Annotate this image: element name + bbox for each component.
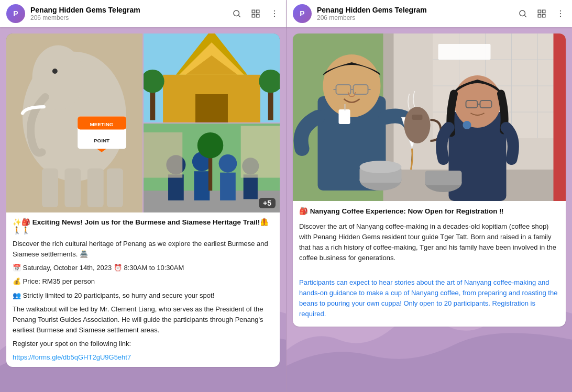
right-message-body: Discover the art of Nanyang coffee-makin… <box>299 221 559 319</box>
svg-rect-42 <box>244 174 258 199</box>
svg-point-8 <box>274 16 275 17</box>
left-para3: 💰 Price: RM35 per person <box>13 276 273 287</box>
right-header-title: Penang Hidden Gems Telegram <box>317 6 512 14</box>
svg-line-1 <box>238 15 240 17</box>
svg-rect-40 <box>220 173 236 200</box>
svg-rect-43 <box>144 132 182 178</box>
svg-point-6 <box>274 10 275 12</box>
right-para2: Participants can expect to hear stories … <box>299 277 559 320</box>
svg-point-46 <box>197 132 224 159</box>
right-para1: Discover the art of Nanyang coffee-makin… <box>299 221 559 264</box>
svg-rect-69 <box>438 44 491 60</box>
svg-point-53 <box>560 10 561 12</box>
left-header-icons <box>232 8 280 19</box>
svg-line-48 <box>524 15 526 17</box>
right-search-icon[interactable] <box>518 8 528 19</box>
svg-text:MEETING: MEETING <box>90 121 113 127</box>
left-registration-link[interactable]: https://forms.gle/db5qGHT2gU9G5eht7 <box>13 353 131 361</box>
svg-rect-3 <box>257 10 259 13</box>
left-header-subtitle: 206 members <box>30 14 226 21</box>
left-message-title: ✨🎒 Exciting News! Join us for the Burmes… <box>13 218 273 234</box>
right-message-container: 🎒 Nanyang Coffee Experience: Now Open fo… <box>293 33 566 327</box>
left-message: MEETING POINT <box>6 33 280 367</box>
plus-badge: +5 <box>259 198 276 208</box>
left-header-info: Penang Hidden Gems Telegram 206 members <box>30 6 226 21</box>
left-para5: The walkabout will be led by Mr. Clement… <box>13 304 273 335</box>
svg-rect-36 <box>168 174 184 200</box>
right-chat-area: 🎒 Nanyang Coffee Experience: Now Open fo… <box>287 27 572 392</box>
svg-rect-19 <box>64 169 81 207</box>
svg-rect-91 <box>425 171 462 185</box>
left-more-icon[interactable] <box>269 8 280 19</box>
right-panel: P Penang Hidden Gems Telegram 206 member… <box>286 0 572 392</box>
svg-rect-28 <box>195 94 228 122</box>
right-header-subtitle: 206 members <box>317 14 512 21</box>
right-avatar: P <box>293 4 312 23</box>
left-search-icon[interactable] <box>232 8 242 19</box>
left-panel: P Penang Hidden Gems Telegram 206 member… <box>0 0 286 392</box>
svg-rect-92 <box>339 109 350 124</box>
svg-rect-38 <box>194 171 210 200</box>
left-header-title: Penang Hidden Gems Telegram <box>30 6 226 14</box>
svg-rect-20 <box>87 169 104 207</box>
svg-rect-50 <box>543 10 545 13</box>
svg-rect-51 <box>538 15 541 17</box>
left-message-text: ✨🎒 Exciting News! Join us for the Burmes… <box>6 212 280 367</box>
svg-rect-44 <box>241 126 280 178</box>
svg-rect-21 <box>107 169 123 207</box>
group-photo: +5 <box>144 124 280 212</box>
svg-rect-18 <box>42 169 58 207</box>
left-chat-area: MEETING POINT <box>0 27 286 392</box>
svg-point-89 <box>360 161 402 173</box>
left-message-body: Discover the rich cultural heritage of P… <box>13 239 273 363</box>
temple-image <box>144 33 280 122</box>
right-message-text: 🎒 Nanyang Coffee Experience: Now Open fo… <box>293 201 566 327</box>
left-header: P Penang Hidden Gems Telegram 206 member… <box>0 0 286 27</box>
left-para2: 📅 Saturday, October 14th, 2023 ⏰ 8:30AM … <box>13 263 273 273</box>
svg-rect-5 <box>257 15 259 17</box>
right-header: P Penang Hidden Gems Telegram 206 member… <box>287 0 572 27</box>
left-layout-icon[interactable] <box>250 8 261 19</box>
left-image-grid-container: MEETING POINT <box>6 33 280 212</box>
svg-rect-81 <box>412 115 423 120</box>
left-avatar: P <box>6 4 25 23</box>
svg-rect-4 <box>252 15 255 17</box>
svg-point-7 <box>274 13 275 14</box>
svg-rect-52 <box>543 15 545 17</box>
svg-point-39 <box>219 154 237 173</box>
left-para4: 👥 Strictly limited to 20 participants, s… <box>13 290 273 301</box>
svg-point-55 <box>560 16 561 17</box>
coffee-image <box>293 33 566 201</box>
svg-point-12 <box>52 69 58 74</box>
svg-text:POINT: POINT <box>94 138 109 143</box>
svg-point-80 <box>404 107 431 143</box>
left-para6: Register your spot on the following link… <box>13 339 273 349</box>
right-header-icons <box>518 8 566 19</box>
right-message-title: 🎒 Nanyang Coffee Experience: Now Open fo… <box>299 206 559 217</box>
elephant-image: MEETING POINT <box>6 33 142 212</box>
svg-point-94 <box>463 121 471 129</box>
svg-rect-68 <box>554 33 566 201</box>
svg-point-54 <box>560 13 561 14</box>
left-image-grid: MEETING POINT <box>6 33 280 212</box>
right-header-info: Penang Hidden Gems Telegram 206 members <box>317 6 512 21</box>
left-para1: Discover the rich cultural heritage of P… <box>13 239 273 260</box>
svg-rect-2 <box>252 10 255 13</box>
svg-rect-49 <box>538 10 541 13</box>
svg-point-47 <box>520 10 525 16</box>
svg-rect-93 <box>345 104 346 110</box>
right-layout-icon[interactable] <box>536 8 547 19</box>
svg-point-0 <box>234 10 239 16</box>
right-more-icon[interactable] <box>555 8 566 19</box>
